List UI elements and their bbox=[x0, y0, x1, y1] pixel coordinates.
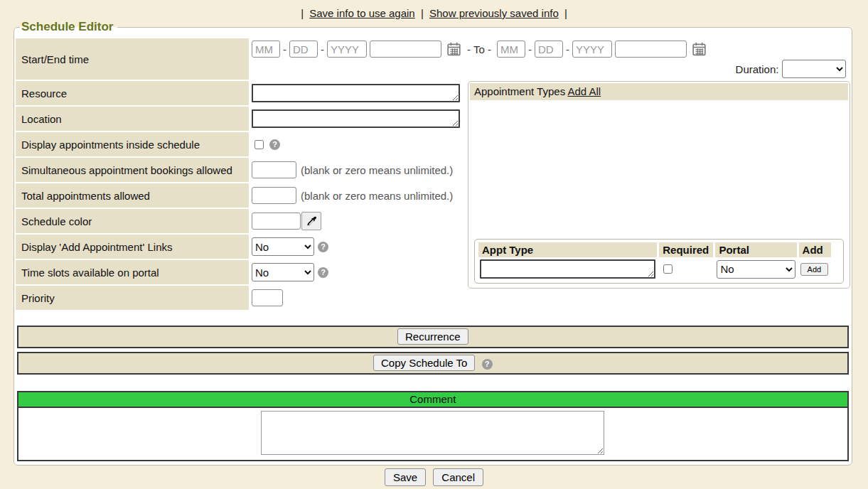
appt-type-add-box: Appt Type Required Portal Add No bbox=[474, 239, 844, 284]
row-resource: Resource bbox=[16, 81, 466, 105]
required-column-header: Required bbox=[659, 242, 713, 257]
row-start-end-time: Start/End time - - - To - - - bbox=[16, 38, 850, 80]
comment-section: Comment bbox=[17, 391, 849, 461]
start-end-content: - - - To - - - Duration: bbox=[249, 38, 850, 80]
schedule-color-input[interactable] bbox=[252, 213, 301, 230]
row-simultaneous: Simultaneous appointment bookings allowe… bbox=[16, 158, 466, 182]
add-appt-type-button[interactable]: Add bbox=[800, 263, 829, 276]
display-inside-checkbox[interactable] bbox=[254, 140, 264, 149]
row-location: Location bbox=[16, 107, 466, 131]
row-display-inside: Display appointments inside schedule ? bbox=[16, 132, 466, 156]
end-day-input[interactable] bbox=[535, 41, 563, 58]
display-inside-label: Display appointments inside schedule bbox=[16, 132, 249, 156]
end-calendar-icon[interactable] bbox=[692, 42, 707, 56]
add-appt-links-label: Display 'Add Appointment' Links bbox=[16, 235, 249, 259]
duration-line: Duration: bbox=[252, 58, 849, 80]
comment-textarea[interactable] bbox=[261, 411, 604, 455]
link-separator: | bbox=[301, 7, 304, 19]
save-info-link[interactable]: Save info to use again bbox=[309, 7, 414, 19]
show-previously-saved-link[interactable]: Show previously saved info bbox=[429, 7, 559, 19]
date-dash: - bbox=[528, 43, 532, 55]
footer-actions: Save Cancel bbox=[0, 468, 868, 486]
start-day-input[interactable] bbox=[289, 41, 318, 58]
help-icon[interactable]: ? bbox=[318, 267, 328, 278]
location-input[interactable] bbox=[252, 109, 460, 128]
start-calendar-icon[interactable] bbox=[446, 42, 461, 56]
row-total-appointments: Total appointments allowed (blank or zer… bbox=[16, 183, 466, 208]
eyedropper-icon bbox=[306, 215, 317, 227]
portal-slots-label: Time slots available on portal bbox=[16, 260, 249, 284]
total-appointments-hint: (blank or zero means unlimited.) bbox=[301, 190, 453, 202]
portal-slots-select[interactable]: No bbox=[252, 263, 314, 281]
top-links-bar: | Save info to use again | Show previous… bbox=[0, 0, 868, 20]
copy-schedule-button[interactable]: Copy Schedule To bbox=[373, 355, 475, 371]
row-add-appt-links: Display 'Add Appointment' Links No ? bbox=[16, 235, 466, 259]
add-column-header: Add bbox=[799, 242, 832, 257]
end-month-input[interactable] bbox=[497, 41, 525, 58]
end-time-input[interactable] bbox=[615, 41, 687, 58]
help-icon[interactable]: ? bbox=[482, 359, 493, 370]
date-line: - - - To - - - bbox=[252, 40, 849, 58]
left-form-column: Resource Location Display appointments i… bbox=[16, 81, 466, 311]
resource-input[interactable] bbox=[252, 84, 460, 102]
appt-type-input[interactable] bbox=[480, 259, 655, 279]
required-checkbox[interactable] bbox=[663, 264, 673, 274]
add-all-link[interactable]: Add All bbox=[567, 85, 601, 97]
simultaneous-input[interactable] bbox=[252, 161, 296, 178]
save-button[interactable]: Save bbox=[385, 468, 426, 486]
priority-input[interactable] bbox=[252, 289, 283, 306]
appointment-types-list bbox=[470, 100, 848, 237]
end-year-input[interactable] bbox=[572, 41, 612, 58]
page-title: Schedule Editor bbox=[20, 20, 117, 34]
row-portal-slots: Time slots available on portal No ? bbox=[16, 260, 466, 284]
help-icon[interactable]: ? bbox=[269, 139, 280, 150]
help-icon[interactable]: ? bbox=[318, 242, 328, 252]
start-year-input[interactable] bbox=[327, 41, 367, 58]
resource-label: Resource bbox=[16, 81, 249, 105]
schedule-editor-fieldset: Schedule Editor Start/End time - - - To … bbox=[14, 20, 852, 466]
to-separator-text: - To - bbox=[467, 43, 491, 55]
cancel-button[interactable]: Cancel bbox=[433, 468, 483, 486]
simultaneous-hint: (blank or zero means unlimited.) bbox=[301, 164, 453, 176]
add-appt-links-select[interactable]: No bbox=[252, 237, 314, 256]
total-appointments-label: Total appointments allowed bbox=[16, 183, 249, 208]
link-separator: | bbox=[421, 7, 424, 19]
start-month-input[interactable] bbox=[252, 41, 280, 58]
date-dash: - bbox=[566, 43, 569, 55]
date-dash: - bbox=[321, 43, 324, 55]
start-time-input[interactable] bbox=[370, 41, 441, 58]
duration-select[interactable] bbox=[782, 60, 846, 78]
recurrence-bar: Recurrence bbox=[17, 326, 849, 348]
color-picker-button[interactable] bbox=[301, 212, 321, 230]
comment-body bbox=[18, 408, 847, 460]
priority-label: Priority bbox=[16, 286, 249, 310]
row-schedule-color: Schedule color bbox=[16, 209, 466, 233]
copy-schedule-bar: Copy Schedule To ? bbox=[17, 352, 849, 375]
portal-select[interactable]: No bbox=[717, 260, 795, 279]
location-label: Location bbox=[16, 107, 249, 131]
recurrence-button[interactable]: Recurrence bbox=[397, 328, 468, 345]
portal-column-header: Portal bbox=[715, 242, 796, 257]
simultaneous-label: Simultaneous appointment bookings allowe… bbox=[16, 158, 249, 182]
appointment-types-panel: Appointment Types Add All Appt Type Requ… bbox=[468, 81, 850, 289]
appointment-types-header: Appointment Types Add All bbox=[470, 83, 848, 100]
appt-type-column-header: Appt Type bbox=[478, 242, 657, 257]
start-end-label: Start/End time bbox=[16, 38, 249, 80]
appointment-types-title: Appointment Types bbox=[474, 85, 565, 97]
total-appointments-input[interactable] bbox=[252, 187, 296, 204]
schedule-color-label: Schedule color bbox=[16, 209, 249, 233]
date-dash: - bbox=[283, 43, 286, 55]
row-priority: Priority bbox=[16, 286, 466, 310]
comment-header: Comment bbox=[18, 392, 847, 408]
link-separator: | bbox=[564, 7, 567, 19]
main-columns: Resource Location Display appointments i… bbox=[16, 81, 850, 311]
duration-label: Duration: bbox=[736, 63, 779, 75]
